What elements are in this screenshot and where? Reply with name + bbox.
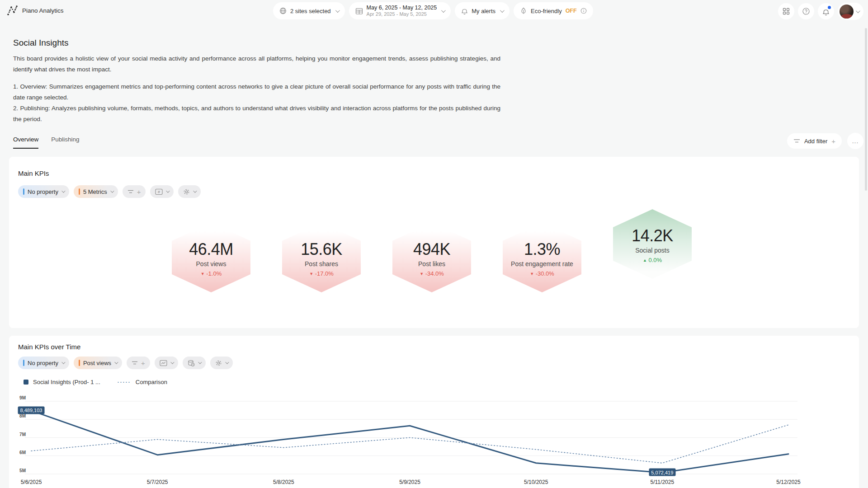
kpi-card-post-likes[interactable]: 494KPost likes▼ -34.0% — [392, 223, 471, 292]
plus-icon: + — [141, 359, 145, 367]
y-axis-tick-label: 5M — [12, 468, 26, 473]
kpi-label: Post shares — [282, 260, 361, 267]
eco-friendly-toggle[interactable]: Eco-friendly OFF — [514, 2, 593, 19]
chevron-down-icon — [856, 9, 860, 13]
bell-icon — [461, 7, 468, 14]
line-chart[interactable] — [18, 399, 797, 488]
ellipsis-icon: ... — [852, 137, 859, 145]
eco-friendly-state: OFF — [566, 8, 577, 14]
eco-friendly-label: Eco-friendly — [531, 8, 562, 14]
date-range-picker[interactable]: May 6, 2025 - May 12, 2025 Apr 29, 2025 … — [349, 2, 451, 19]
x-axis-tick-label: 5/10/2025 — [524, 479, 548, 485]
avatar — [840, 5, 854, 19]
board-more-options-button[interactable]: ... — [847, 133, 863, 149]
legend-series-label[interactable]: Social Insights (Prod- 1 ... — [33, 379, 100, 385]
my-alerts-button[interactable]: My alerts — [455, 2, 509, 19]
kpi-card-post-shares[interactable]: 15.6KPost shares▼ -17.0% — [282, 223, 361, 292]
piano-analytics-logo-icon — [6, 4, 18, 17]
kpi-card-post-views[interactable]: 46.4MPost views▼ -1.0% — [172, 223, 250, 292]
data-comparison-button[interactable] — [183, 357, 206, 369]
kpi-value: 14.2K — [613, 226, 692, 245]
segment-filter-button[interactable]: + — [127, 357, 150, 369]
property-selector-label: No property — [28, 188, 58, 195]
arrow-down-icon: ▼ — [530, 272, 534, 276]
property-color-bar — [23, 188, 24, 195]
tab-publishing[interactable]: Publishing — [51, 136, 79, 149]
property-selector[interactable]: No property — [18, 185, 69, 198]
x-axis-tick-label: 5/11/2025 — [651, 479, 675, 485]
kpi-label: Social posts — [613, 247, 692, 254]
chart-type-selector[interactable] — [155, 357, 178, 369]
vertical-scrollbar[interactable] — [865, 28, 867, 191]
add-filter-label: Add filter — [804, 138, 827, 145]
tab-overview[interactable]: Overview — [13, 136, 38, 149]
filter-icon — [793, 138, 800, 144]
widget-settings-button[interactable] — [178, 185, 201, 198]
chevron-down-icon — [500, 8, 505, 13]
description-intro: This board provides a holistic view of y… — [13, 53, 500, 75]
y-axis-tick-label: 7M — [12, 432, 26, 437]
section-title-main-kpis: Main KPIs — [18, 169, 49, 177]
description-item-overview: 1. Overview: Summarizes engagement metri… — [13, 81, 500, 103]
chevron-down-icon — [335, 8, 340, 13]
apps-grid-button[interactable] — [778, 3, 794, 19]
filter-icon — [127, 189, 134, 194]
globe-icon — [279, 7, 287, 14]
kpi-change: ▼ -34.0% — [392, 270, 471, 277]
y-axis-tick-label: 6M — [12, 450, 26, 455]
board-tabs: Overview Publishing — [13, 136, 80, 149]
metrics-color-bar — [79, 188, 80, 195]
question-mark-icon — [802, 7, 810, 15]
date-range-comparison: Apr 29, 2025 - May 5, 2025 — [367, 11, 437, 17]
chevron-down-icon — [110, 189, 114, 192]
property-color-bar — [23, 360, 24, 366]
y-axis-tick-label: 8M — [12, 413, 26, 418]
gear-icon — [215, 360, 222, 366]
database-history-icon — [188, 360, 195, 366]
series-color-swatch — [24, 380, 28, 385]
x-axis-tick-label: 5/8/2025 — [273, 479, 294, 485]
arrow-down-icon: ▼ — [201, 272, 205, 276]
x-axis-tick-label: 5/7/2025 — [147, 479, 168, 485]
number-format-icon: # — [155, 188, 163, 195]
app-title: Piano Analytics — [22, 7, 64, 14]
y-axis-tick-label: 9M — [12, 395, 26, 400]
data-point-value-badge: 5,072,419 — [649, 469, 675, 476]
metrics-selector[interactable]: 5 Metrics — [74, 185, 118, 198]
main-kpis-over-time-panel: Main KPIs over Time No property Post vie… — [9, 336, 859, 488]
description-item-publishing: 2. Publishing: Analyzes publishing volum… — [13, 103, 500, 125]
segment-filter-button[interactable]: + — [123, 185, 146, 198]
kpi-value: 15.6K — [282, 240, 361, 259]
kpi-label: Post views — [172, 260, 250, 267]
add-filter-button[interactable]: Add filter + — [787, 133, 842, 149]
section-title-kpis-over-time: Main KPIs over Time — [18, 343, 80, 351]
gear-icon — [183, 188, 190, 195]
info-icon[interactable] — [580, 8, 587, 14]
kpi-change: ▼ -17.0% — [282, 270, 361, 277]
arrow-down-icon: ▼ — [309, 272, 313, 276]
svg-text:#: # — [158, 189, 160, 194]
property-selector[interactable]: No property — [18, 357, 69, 369]
chevron-down-icon — [170, 360, 174, 364]
metric-selector-label: Post views — [83, 360, 111, 366]
page-title: Social Insights — [13, 38, 69, 48]
site-selector[interactable]: 2 sites selected — [273, 2, 345, 19]
help-button[interactable] — [798, 3, 814, 19]
kpi-card-post-engagement-rate[interactable]: 1.3%Post engagement rate▼ -30.0% — [503, 223, 581, 292]
user-menu[interactable] — [838, 3, 863, 20]
display-format-selector[interactable]: # — [150, 185, 174, 198]
kpi-value: 46.4M — [172, 240, 250, 259]
chevron-down-icon — [198, 360, 202, 364]
metric-selector[interactable]: Post views — [74, 357, 122, 369]
chart-legend: Social Insights (Prod- 1 ... ····· Compa… — [24, 379, 167, 385]
metrics-selector-label: 5 Metrics — [83, 188, 107, 195]
notifications-button[interactable] — [818, 3, 834, 19]
chevron-down-icon — [166, 189, 170, 192]
legend-comparison-label[interactable]: Comparison — [136, 379, 167, 385]
metric-color-bar — [79, 360, 80, 366]
kpi-card-social-posts[interactable]: 14.2KSocial posts▲ 0.0% — [613, 209, 692, 279]
chevron-down-icon — [114, 360, 118, 364]
board-description: This board provides a holistic view of y… — [13, 53, 500, 125]
chevron-down-icon — [225, 360, 229, 364]
widget-settings-button[interactable] — [210, 357, 233, 369]
